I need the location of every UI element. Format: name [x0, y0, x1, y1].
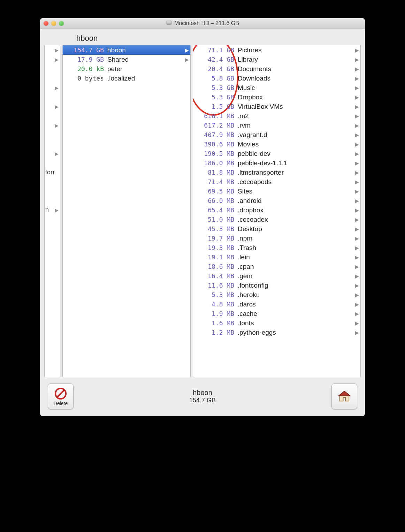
list-item[interactable]: 390.6 MBMovies▶ [193, 139, 360, 149]
chevron-right-icon: ▶ [55, 47, 59, 53]
parent-row[interactable] [45, 158, 60, 168]
list-item[interactable]: 5.3 MB.heroku▶ [193, 290, 360, 299]
chevron-right-icon: ▶ [353, 330, 360, 335]
item-name: Sites [238, 188, 353, 195]
item-name: .darcs [238, 301, 353, 308]
parent-row[interactable] [45, 74, 60, 83]
item-name: Movies [238, 140, 353, 148]
window-body: hboon ▶▶▶▶▶▶forrn▶ 154.7 GBhboon▶17.9 GB… [40, 29, 365, 416]
list-item[interactable]: 19.3 MB.Trash▶ [193, 243, 360, 252]
item-size: 1.5 GB [193, 103, 238, 110]
parent-row[interactable]: ▶ [45, 149, 60, 158]
list-item[interactable]: 71.4 MB.cocoapods▶ [193, 177, 360, 187]
chevron-right-icon: ▶ [353, 236, 360, 241]
item-name: VirtualBox VMs [238, 103, 353, 111]
parent-row[interactable]: forr [45, 168, 60, 177]
svg-rect-1 [167, 23, 171, 25]
parent-row[interactable] [45, 196, 60, 205]
item-name: .gem [238, 272, 353, 280]
item-name: .cocoadex [238, 216, 353, 223]
zoom-button[interactable] [59, 21, 64, 26]
item-size: 17.9 GB [63, 56, 107, 63]
parent-row[interactable]: ▶ [45, 55, 60, 64]
item-size: 19.3 MB [193, 244, 238, 251]
list-item[interactable]: 19.7 MB.npm▶ [193, 234, 360, 243]
columns: ▶▶▶▶▶▶forrn▶ 154.7 GBhboon▶17.9 GBShared… [44, 45, 361, 377]
item-size: 11.6 MB [193, 282, 238, 289]
list-item[interactable]: 20.0 kBpeter [63, 64, 190, 74]
list-item[interactable]: 69.5 MBSites▶ [193, 187, 360, 196]
list-item[interactable]: 190.5 MBpebble-dev▶ [193, 149, 360, 158]
list-item[interactable]: 617.2 MB.rvm▶ [193, 121, 360, 130]
parent-row[interactable] [45, 187, 60, 196]
app-window: Macintosh HD – 211.6 GB hboon ▶▶▶▶▶▶forr… [40, 18, 365, 416]
item-size: 190.5 MB [193, 150, 238, 157]
list-item[interactable]: 4.8 MB.darcs▶ [193, 299, 360, 309]
minimize-button[interactable] [51, 21, 56, 26]
list-item[interactable]: 65.4 MB.dropbox▶ [193, 205, 360, 215]
list-item[interactable]: 11.6 MB.fontconfig▶ [193, 281, 360, 290]
list-item[interactable]: 186.0 MBpebble-dev-1.1.1▶ [193, 158, 360, 168]
list-item[interactable]: 17.9 GBShared▶ [63, 55, 190, 64]
item-size: 5.8 GB [193, 75, 238, 82]
svg-rect-0 [167, 21, 171, 25]
item-name: .fontconfig [238, 282, 353, 289]
list-item[interactable]: 51.0 MB.cocoadex▶ [193, 215, 360, 224]
list-item[interactable]: 45.3 MBDesktop▶ [193, 224, 360, 234]
list-item[interactable]: 81.8 MB.itmstransporter▶ [193, 168, 360, 177]
chevron-right-icon: ▶ [353, 104, 360, 109]
list-item[interactable]: 0 bytes.localized [63, 74, 190, 83]
parent-row[interactable]: ▶ [45, 83, 60, 92]
item-size: 71.4 MB [193, 178, 238, 185]
parent-row[interactable]: ▶ [45, 102, 60, 111]
column-parent[interactable]: ▶▶▶▶▶▶forrn▶ [44, 45, 60, 377]
parent-row[interactable] [45, 64, 60, 74]
titlebar[interactable]: Macintosh HD – 211.6 GB [40, 18, 365, 29]
chevron-right-icon: ▶ [353, 179, 360, 185]
delete-button[interactable]: Delete [48, 383, 74, 409]
list-item[interactable]: 618.1 MB.m2▶ [193, 111, 360, 121]
list-item[interactable]: 154.7 GBhboon▶ [63, 45, 190, 55]
list-item[interactable]: 5.3 GBDropbox▶ [193, 92, 360, 102]
parent-row[interactable]: ▶ [45, 45, 60, 55]
list-item[interactable]: 5.8 GBDownloads▶ [193, 74, 360, 83]
item-size: 81.8 MB [193, 169, 238, 176]
parent-row[interactable] [45, 92, 60, 102]
column-users[interactable]: 154.7 GBhboon▶17.9 GBShared▶20.0 kBpeter… [62, 45, 191, 377]
chevron-right-icon: ▶ [353, 245, 360, 251]
list-item[interactable]: 1.6 MB.fonts▶ [193, 318, 360, 328]
list-item[interactable]: 42.4 GBLibrary▶ [193, 55, 360, 64]
list-item[interactable]: 20.4 GBDocuments▶ [193, 64, 360, 74]
list-item[interactable]: 1.2 MB.python-eggs▶ [193, 328, 360, 337]
list-item[interactable]: 66.0 MB.android▶ [193, 196, 360, 205]
item-size: 16.4 MB [193, 272, 238, 280]
item-size: 65.4 MB [193, 206, 238, 214]
list-item[interactable]: 71.1 GBPictures▶ [193, 45, 360, 55]
item-name: .vagrant.d [238, 131, 353, 139]
item-name: pebble-dev [238, 150, 353, 158]
parent-row[interactable] [45, 111, 60, 121]
item-size: 1.6 MB [193, 319, 238, 327]
list-item[interactable]: 16.4 MB.gem▶ [193, 271, 360, 281]
list-item[interactable]: 407.9 MB.vagrant.d▶ [193, 130, 360, 139]
list-item[interactable]: 18.6 MB.cpan▶ [193, 262, 360, 271]
chevron-right-icon: ▶ [353, 283, 360, 288]
list-item[interactable]: 19.1 MB.lein▶ [193, 252, 360, 262]
column-contents[interactable]: 71.1 GBPictures▶42.4 GBLibrary▶20.4 GBDo… [193, 45, 361, 377]
traffic-lights [44, 21, 64, 26]
chevron-right-icon: ▶ [55, 57, 59, 62]
parent-row[interactable]: n▶ [45, 205, 60, 215]
chevron-right-icon: ▶ [183, 47, 190, 53]
footer-info: hboon 154.7 GB [74, 389, 331, 404]
parent-row[interactable] [45, 139, 60, 149]
list-item[interactable]: 1.5 GBVirtualBox VMs▶ [193, 102, 360, 111]
parent-row[interactable] [45, 177, 60, 187]
chevron-right-icon: ▶ [353, 76, 360, 81]
home-button[interactable] [331, 383, 357, 409]
parent-row[interactable] [45, 130, 60, 139]
parent-row[interactable]: ▶ [45, 121, 60, 130]
chevron-right-icon: ▶ [55, 151, 59, 157]
close-button[interactable] [44, 21, 48, 26]
list-item[interactable]: 5.3 GBMusic▶ [193, 83, 360, 92]
list-item[interactable]: 1.9 MB.cache▶ [193, 309, 360, 318]
